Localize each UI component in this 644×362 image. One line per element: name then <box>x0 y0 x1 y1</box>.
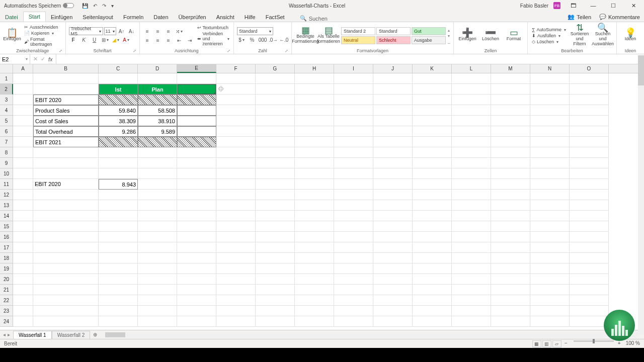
cell-D4[interactable]: 58.508 <box>138 105 177 116</box>
cell-N4[interactable] <box>530 105 570 116</box>
cell-E5[interactable] <box>177 116 216 126</box>
cell-K11[interactable] <box>413 179 452 190</box>
cell-N10[interactable] <box>530 168 570 179</box>
align-top-icon[interactable]: ≡ <box>143 27 152 35</box>
cell-A7[interactable] <box>13 137 33 147</box>
dialog-launcher-icon[interactable]: ⤢ <box>59 49 62 53</box>
cell-style-schlecht[interactable]: Schlecht <box>376 36 411 44</box>
cell-J12[interactable] <box>373 190 413 200</box>
zoom-in-icon[interactable]: + <box>618 340 621 347</box>
cell-J17[interactable] <box>373 242 413 253</box>
column-header-G[interactable]: G <box>256 64 295 73</box>
cell-D20[interactable] <box>138 274 177 285</box>
find-select-button[interactable]: 🔍Suchen und Auswählen <box>592 24 613 48</box>
cell-G20[interactable] <box>256 274 295 285</box>
cell-J3[interactable] <box>373 95 413 105</box>
cell-L6[interactable] <box>452 126 491 137</box>
decrease-font-icon[interactable]: A↓ <box>127 27 136 35</box>
cell-F1[interactable] <box>216 73 256 84</box>
cell-N23[interactable] <box>530 306 570 316</box>
row-header[interactable]: 20 <box>0 274 13 285</box>
cell-D11[interactable] <box>138 179 177 190</box>
font-name-select[interactable]: Trebuchet MS▾ <box>69 27 103 35</box>
row-header[interactable]: 16 <box>0 232 13 242</box>
cell-A4[interactable] <box>13 105 33 116</box>
row-header[interactable]: 18 <box>0 253 13 263</box>
cell-H17[interactable] <box>295 242 334 253</box>
column-header-C[interactable]: C <box>99 64 138 73</box>
cell-C9[interactable] <box>99 158 138 168</box>
cell-B18[interactable] <box>33 253 99 263</box>
row-header[interactable]: 15 <box>0 221 13 232</box>
cell-H6[interactable] <box>295 126 334 137</box>
align-right-icon[interactable]: ≡ <box>164 36 173 44</box>
cut-button[interactable]: ✂Ausschneiden <box>23 24 62 30</box>
cell-D23[interactable] <box>138 306 177 316</box>
cell-G6[interactable] <box>256 126 295 137</box>
column-header-F[interactable]: F <box>216 64 256 73</box>
cell-C24[interactable] <box>99 316 138 327</box>
cell-G13[interactable] <box>256 200 295 211</box>
cell-M5[interactable] <box>491 116 530 126</box>
paste-button[interactable]: 📋Einfügen <box>3 24 21 48</box>
fill-button[interactable]: ⬇Ausfüllen <box>531 33 567 39</box>
cell-I23[interactable] <box>334 306 373 316</box>
styles-down-icon[interactable]: ▾ <box>448 34 450 38</box>
cell-A23[interactable] <box>13 306 33 316</box>
cell-C15[interactable] <box>99 221 138 232</box>
cell-J15[interactable] <box>373 221 413 232</box>
cell-F23[interactable] <box>216 306 256 316</box>
cell-M1[interactable] <box>491 73 530 84</box>
cell-L8[interactable] <box>452 147 491 158</box>
cell-M22[interactable] <box>491 295 530 306</box>
cell-B14[interactable] <box>33 211 99 221</box>
cell-A22[interactable] <box>13 295 33 306</box>
cell-D3[interactable] <box>138 95 177 105</box>
cell-B24[interactable] <box>33 316 99 327</box>
column-header-A[interactable]: A <box>13 64 33 73</box>
format-cells-button[interactable]: ▭Format <box>503 24 524 48</box>
cell-N14[interactable] <box>530 211 570 221</box>
cell-H13[interactable] <box>295 200 334 211</box>
cell-I14[interactable] <box>334 211 373 221</box>
cell-G16[interactable] <box>256 232 295 242</box>
cell-G5[interactable] <box>256 116 295 126</box>
row-header[interactable]: 1 <box>0 73 13 84</box>
cell-L24[interactable] <box>452 316 491 327</box>
sort-filter-button[interactable]: ⇅Sortieren und Filtern <box>569 24 590 48</box>
cell-C2[interactable]: Ist <box>99 84 138 95</box>
cell-G7[interactable] <box>256 137 295 147</box>
column-header-J[interactable]: J <box>373 64 413 73</box>
cell-F24[interactable] <box>216 316 256 327</box>
cell-K21[interactable] <box>413 285 452 295</box>
name-box[interactable]: E2▾ <box>0 54 30 64</box>
cell-K7[interactable] <box>413 137 452 147</box>
cell-N12[interactable] <box>530 190 570 200</box>
cell-L17[interactable] <box>452 242 491 253</box>
cell-F3[interactable] <box>216 95 256 105</box>
dialog-launcher-icon[interactable]: ⤢ <box>133 49 136 53</box>
cell-G23[interactable] <box>256 306 295 316</box>
cell-E18[interactable] <box>177 253 216 263</box>
cell-D18[interactable] <box>138 253 177 263</box>
row-header[interactable]: 14 <box>0 211 13 221</box>
wrap-text-button[interactable]: ↩Textumbruch <box>196 25 231 31</box>
cell-O21[interactable] <box>570 285 609 295</box>
cell-O11[interactable] <box>570 179 609 190</box>
cell-I5[interactable] <box>334 116 373 126</box>
cell-N2[interactable] <box>530 84 570 95</box>
cell-A9[interactable] <box>13 158 33 168</box>
enter-formula-icon[interactable]: ✓ <box>41 56 45 62</box>
clear-button[interactable]: ◇Löschen <box>531 39 567 45</box>
cell-K14[interactable] <box>413 211 452 221</box>
cell-D16[interactable] <box>138 232 177 242</box>
cell-N13[interactable] <box>530 200 570 211</box>
row-header[interactable]: 12 <box>0 190 13 200</box>
cell-O7[interactable] <box>570 137 609 147</box>
cell-I11[interactable] <box>334 179 373 190</box>
increase-decimal-icon[interactable]: .0→ <box>269 36 278 44</box>
cell-E7[interactable] <box>177 137 216 147</box>
cell-L19[interactable] <box>452 263 491 274</box>
cell-O2[interactable] <box>570 84 609 95</box>
cell-O5[interactable] <box>570 116 609 126</box>
